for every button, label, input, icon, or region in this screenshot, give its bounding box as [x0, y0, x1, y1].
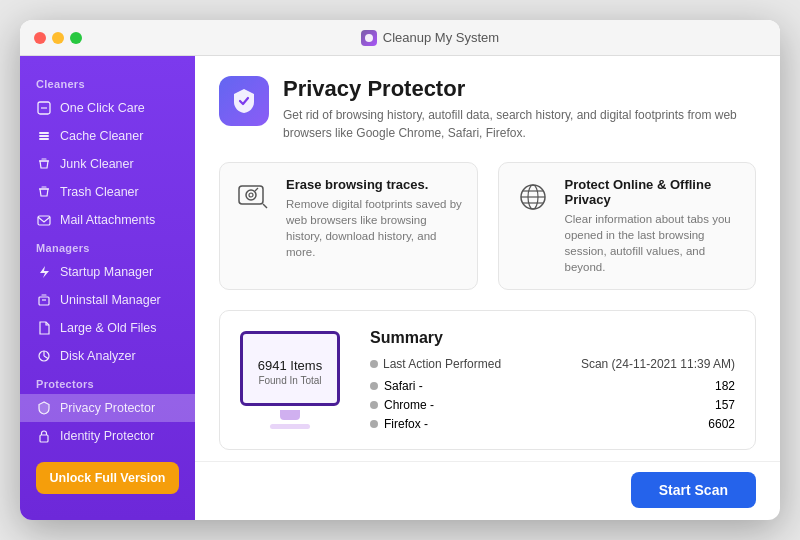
feature-title-privacy: Protect Online & Offline Privacy	[565, 177, 742, 207]
app-window: Cleanup My System Cleaners One Click Car…	[20, 20, 780, 520]
trash-icon	[36, 184, 52, 200]
last-action-value: Scan (24-11-2021 11:39 AM)	[581, 357, 735, 371]
sidebar-item-label: Uninstall Manager	[60, 293, 161, 307]
svg-rect-12	[40, 435, 48, 442]
maximize-button[interactable]	[70, 32, 82, 44]
safari-dot	[370, 382, 378, 390]
layers-icon	[36, 128, 52, 144]
found-in-total-label: Found In Total	[258, 375, 321, 386]
erase-icon	[234, 177, 274, 217]
cleaners-section-label: Cleaners	[20, 70, 195, 94]
protectors-section-label: Protectors	[20, 370, 195, 394]
sidebar-item-label: Privacy Protector	[60, 401, 155, 415]
feature-title-erase: Erase browsing traces.	[286, 177, 463, 192]
managers-section-label: Managers	[20, 234, 195, 258]
start-scan-button[interactable]: Start Scan	[631, 472, 756, 508]
monitor-count: 6941 Items	[258, 352, 322, 375]
globe-icon	[513, 177, 553, 217]
firefox-dot	[370, 420, 378, 428]
summary-info: Summary Last Action Performed Scan (24-1…	[370, 329, 735, 431]
svg-rect-3	[39, 132, 49, 134]
safari-row: Safari - 182	[370, 379, 735, 393]
feature-desc-privacy: Clear information about tabs you opened …	[565, 211, 742, 275]
file-icon	[36, 320, 52, 336]
sidebar-item-label: Mail Attachments	[60, 213, 155, 227]
chrome-dot	[370, 401, 378, 409]
sidebar-item-uninstall-manager[interactable]: Uninstall Manager	[20, 286, 195, 314]
junk-icon	[36, 156, 52, 172]
titlebar: Cleanup My System	[20, 20, 780, 56]
uninstall-icon	[36, 292, 52, 308]
svg-rect-5	[39, 138, 49, 140]
monitor-screen: 6941 Items Found In Total	[240, 331, 340, 406]
sidebar-item-label: Cache Cleaner	[60, 129, 143, 143]
page-title: Privacy Protector	[283, 76, 743, 102]
cursor-icon	[36, 100, 52, 116]
summary-last-action: Last Action Performed Scan (24-11-2021 1…	[370, 357, 735, 371]
main-content: Privacy Protector Get rid of browsing hi…	[195, 56, 780, 461]
sidebar-item-startup-manager[interactable]: Startup Manager	[20, 258, 195, 286]
monitor-stand	[280, 410, 300, 420]
safari-count: 182	[715, 379, 735, 393]
firefox-count: 6602	[708, 417, 735, 431]
sidebar-item-large-old-files[interactable]: Large & Old Files	[20, 314, 195, 342]
feature-card-privacy: Protect Online & Offline Privacy Clear i…	[498, 162, 757, 290]
browser-stats: Safari - 182 Chrome - 157 Firefox -	[370, 379, 735, 431]
page-description: Get rid of browsing history, autofill da…	[283, 106, 743, 142]
feature-text-erase: Erase browsing traces. Remove digital fo…	[286, 177, 463, 260]
chrome-row: Chrome - 157	[370, 398, 735, 412]
minimize-button[interactable]	[52, 32, 64, 44]
chrome-count: 157	[715, 398, 735, 412]
sidebar-item-label: One Click Care	[60, 101, 145, 115]
sidebar-bottom: Unlock Full Version	[20, 450, 195, 506]
summary-card: 6941 Items Found In Total Summary Last A…	[219, 310, 756, 450]
monitor-visual: 6941 Items Found In Total	[240, 331, 340, 429]
shield-icon	[36, 400, 52, 416]
feature-text-privacy: Protect Online & Offline Privacy Clear i…	[565, 177, 742, 275]
sidebar: Cleaners One Click Care Cache Cleaner Ju…	[20, 56, 195, 520]
app-icon	[361, 30, 377, 46]
sidebar-item-label: Junk Cleaner	[60, 157, 134, 171]
sidebar-item-mail-attachments[interactable]: Mail Attachments	[20, 206, 195, 234]
sidebar-item-cache-cleaner[interactable]: Cache Cleaner	[20, 122, 195, 150]
content-area: Cleaners One Click Care Cache Cleaner Ju…	[20, 56, 780, 520]
sidebar-item-trash-cleaner[interactable]: Trash Cleaner	[20, 178, 195, 206]
close-button[interactable]	[34, 32, 46, 44]
total-items-number: 6941	[258, 358, 287, 373]
items-label: Items	[287, 358, 322, 373]
bolt-icon	[36, 264, 52, 280]
firefox-row: Firefox - 6602	[370, 417, 735, 431]
sidebar-item-label: Disk Analyzer	[60, 349, 136, 363]
sidebar-item-junk-cleaner[interactable]: Junk Cleaner	[20, 150, 195, 178]
svg-rect-13	[239, 186, 263, 204]
sidebar-item-disk-analyzer[interactable]: Disk Analyzer	[20, 342, 195, 370]
bottom-bar: Start Scan	[195, 461, 780, 520]
feature-card-erase: Erase browsing traces. Remove digital fo…	[219, 162, 478, 290]
firefox-label: Firefox -	[384, 417, 428, 431]
pie-chart-icon	[36, 348, 52, 364]
traffic-lights	[34, 32, 82, 44]
sidebar-item-label: Identity Protector	[60, 429, 155, 443]
sidebar-item-identity-protector[interactable]: Identity Protector	[20, 422, 195, 450]
page-header: Privacy Protector Get rid of browsing hi…	[219, 76, 756, 142]
app-title: Cleanup My System	[383, 30, 499, 45]
unlock-full-version-button[interactable]: Unlock Full Version	[36, 462, 179, 494]
svg-point-0	[365, 34, 373, 42]
monitor-base	[270, 424, 310, 429]
summary-title: Summary	[370, 329, 735, 347]
sidebar-item-label: Large & Old Files	[60, 321, 157, 335]
sidebar-item-label: Trash Cleaner	[60, 185, 139, 199]
page-header-text: Privacy Protector Get rid of browsing hi…	[283, 76, 743, 142]
svg-line-16	[255, 188, 258, 191]
svg-line-17	[263, 204, 267, 208]
svg-rect-8	[38, 216, 50, 225]
svg-point-14	[246, 190, 256, 200]
lock-icon	[36, 428, 52, 444]
page-header-icon	[219, 76, 269, 126]
svg-rect-4	[39, 135, 49, 137]
last-action-dot	[370, 360, 378, 368]
sidebar-item-one-click-care[interactable]: One Click Care	[20, 94, 195, 122]
sidebar-item-privacy-protector[interactable]: Privacy Protector	[20, 394, 195, 422]
svg-rect-9	[39, 297, 49, 305]
envelope-icon	[36, 212, 52, 228]
